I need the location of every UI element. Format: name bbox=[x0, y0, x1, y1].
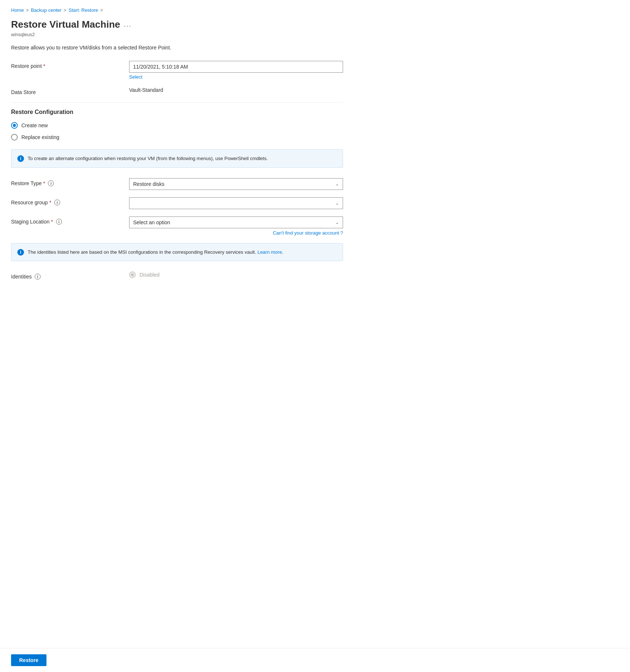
data-store-row: Data Store Vault-Standard bbox=[11, 87, 343, 95]
restore-point-select-link[interactable]: Select bbox=[129, 74, 142, 80]
restore-type-row: Restore Type * i Restore disks ⌄ bbox=[11, 178, 343, 190]
data-store-control: Vault-Standard bbox=[129, 87, 343, 93]
radio-create-new[interactable]: Create new bbox=[11, 122, 343, 129]
info-icon-powershell: i bbox=[17, 155, 24, 162]
restore-point-label: Restore point * bbox=[11, 61, 129, 69]
page-subtitle: winsqleus2 bbox=[11, 32, 343, 37]
restore-type-label: Restore Type * i bbox=[11, 178, 129, 186]
restore-type-control: Restore disks ⌄ bbox=[129, 178, 343, 190]
restore-config-radio-group: Create new Replace existing bbox=[11, 122, 343, 141]
identities-radio-circle bbox=[129, 271, 136, 278]
restore-type-value: Restore disks bbox=[133, 181, 165, 187]
staging-location-select[interactable]: Select an option ⌄ bbox=[129, 217, 343, 228]
resource-group-chevron: ⌄ bbox=[335, 201, 339, 206]
resource-group-row: Resource group * i ⌄ bbox=[11, 197, 343, 209]
data-store-label: Data Store bbox=[11, 87, 129, 95]
page-description: Restore allows you to restore VM/disks f… bbox=[11, 45, 343, 51]
restore-config-title: Restore Configuration bbox=[11, 109, 343, 115]
breadcrumb-home[interactable]: Home bbox=[11, 7, 24, 13]
restore-type-required: * bbox=[43, 180, 45, 186]
restore-button[interactable]: Restore bbox=[11, 654, 46, 666]
breadcrumb-sep-1: > bbox=[26, 8, 29, 13]
restore-type-chevron: ⌄ bbox=[335, 181, 339, 187]
restore-point-row: Restore point * Select bbox=[11, 61, 343, 80]
radio-create-new-inner bbox=[13, 124, 16, 127]
restore-point-required: * bbox=[43, 63, 45, 69]
breadcrumb: Home > Backup center > Start: Restore > bbox=[11, 7, 343, 13]
resource-group-control: ⌄ bbox=[129, 197, 343, 209]
resource-group-label: Resource group * i bbox=[11, 197, 129, 205]
restore-type-tooltip[interactable]: i bbox=[48, 180, 54, 186]
staging-location-required: * bbox=[51, 219, 53, 225]
radio-create-new-circle bbox=[11, 122, 18, 129]
identities-row: Identities i Disabled bbox=[11, 271, 343, 280]
staging-location-label: Staging Location * i bbox=[11, 217, 129, 225]
identities-info-text: The identities listed here are based on … bbox=[28, 249, 283, 256]
staging-location-row: Staging Location * i Select an option ⌄ … bbox=[11, 217, 343, 236]
identities-label: Identities i bbox=[11, 271, 129, 280]
identities-tooltip[interactable]: i bbox=[35, 274, 41, 280]
breadcrumb-sep-3: > bbox=[100, 8, 103, 13]
info-icon-identities: i bbox=[17, 249, 24, 256]
cant-find-storage-link[interactable]: Can't find your storage account ? bbox=[129, 230, 343, 236]
radio-replace-existing[interactable]: Replace existing bbox=[11, 134, 343, 141]
breadcrumb-sep-2: > bbox=[64, 8, 66, 13]
page-title: Restore Virtual Machine bbox=[11, 19, 120, 30]
identities-disabled-radio: Disabled bbox=[129, 271, 159, 278]
divider-1 bbox=[11, 103, 343, 103]
restore-point-input[interactable] bbox=[129, 61, 343, 73]
staging-location-tooltip[interactable]: i bbox=[56, 219, 62, 225]
breadcrumb-start-restore: Start: Restore bbox=[69, 7, 98, 13]
staging-location-control: Select an option ⌄ Can't find your stora… bbox=[129, 217, 343, 236]
page-header: Restore Virtual Machine ... bbox=[11, 19, 343, 30]
radio-replace-existing-label: Replace existing bbox=[21, 134, 59, 140]
identities-disabled-label: Disabled bbox=[139, 272, 159, 278]
staging-location-chevron: ⌄ bbox=[335, 220, 339, 225]
identities-radio-inner bbox=[131, 273, 134, 276]
footer: Restore bbox=[0, 648, 630, 672]
radio-create-new-label: Create new bbox=[21, 122, 48, 128]
resource-group-required: * bbox=[49, 200, 51, 205]
radio-replace-existing-circle bbox=[11, 134, 18, 141]
identities-learn-more-link[interactable]: Learn more. bbox=[257, 249, 283, 255]
powershell-info-text: To create an alternate configuration whe… bbox=[28, 155, 268, 162]
data-store-value: Vault-Standard bbox=[129, 85, 163, 93]
staging-location-value: Select an option bbox=[133, 219, 170, 225]
breadcrumb-backup-center[interactable]: Backup center bbox=[31, 7, 62, 13]
resource-group-select[interactable]: ⌄ bbox=[129, 197, 343, 209]
resource-group-tooltip[interactable]: i bbox=[54, 200, 60, 205]
more-options-icon[interactable]: ... bbox=[124, 21, 132, 28]
identities-info-box: i The identities listed here are based o… bbox=[11, 243, 343, 261]
restore-type-select[interactable]: Restore disks ⌄ bbox=[129, 178, 343, 190]
restore-point-control: Select bbox=[129, 61, 343, 80]
powershell-info-box: i To create an alternate configuration w… bbox=[11, 149, 343, 168]
